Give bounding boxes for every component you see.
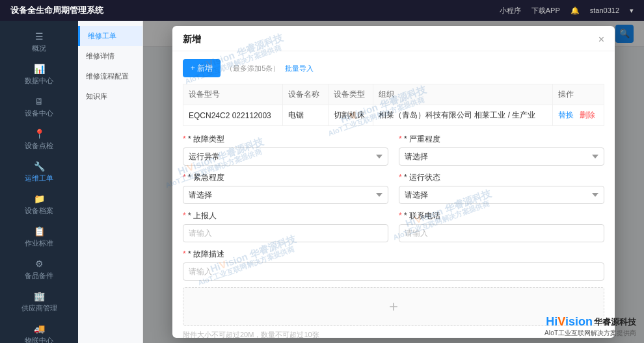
upload-area[interactable]: + [183, 287, 604, 326]
work-order-icon: 📋 [34, 226, 45, 236]
sidebar-item-label: 运维工单 [25, 173, 53, 183]
upload-icon: + [389, 298, 398, 316]
data-center-icon: 📊 [34, 64, 45, 74]
logistics-icon: 🚚 [34, 324, 45, 334]
reporter-label: * 上报人 [183, 210, 388, 222]
sub-sidebar-item-repair-workorder[interactable]: 维修工单 [78, 26, 142, 46]
batch-import-link[interactable]: 批量导入 [285, 64, 314, 73]
sidebar-item-overview[interactable]: ☰ 概况 [0, 26, 78, 58]
sidebar: ☰ 概况 📊 数据中心 🖥 设备中心 📍 设备点检 🔧 运维工单 📁 设备档案 … [0, 21, 78, 343]
maintenance-icon: 🔧 [34, 161, 45, 172]
user-chevron[interactable]: ▾ [630, 6, 634, 15]
sidebar-item-work-order[interactable]: 📋 作业标准 [0, 221, 78, 253]
sidebar-item-label: 备品备件 [25, 271, 53, 281]
sidebar-item-maintenance[interactable]: 🔧 运维工单 [0, 156, 78, 188]
miniprogram-link[interactable]: 小程序 [500, 6, 521, 16]
sub-sidebar-label: 维修工单 [88, 32, 116, 40]
severity-select[interactable]: 请选择 [399, 147, 604, 166]
brand-name: 华睿源科技 [594, 316, 636, 328]
main-layout: ☰ 概况 📊 数据中心 🖥 设备中心 📍 设备点检 🔧 运维工单 📁 设备档案 … [0, 21, 644, 343]
cell-org: 相莱（青岛）科技有限公司 相莱工业 / 生产业 [373, 105, 553, 126]
form-item-reporter: * 上报人 [183, 210, 388, 242]
cell-type: 切割机床 [328, 105, 373, 126]
spare-parts-icon: ⚙ [35, 259, 44, 269]
device-center-icon: 🖥 [34, 96, 44, 107]
contact-input[interactable] [399, 224, 604, 242]
device-file-icon: 📁 [34, 194, 45, 204]
modal-overlay[interactable]: 新增 × + 新增 （最多添加5条） 批量导入 设 [143, 21, 644, 343]
sidebar-item-supplier[interactable]: 🏢 供应商管理 [0, 286, 78, 318]
form-item-fault-type: * 故障类型 运行异常 [183, 134, 388, 166]
notification-icon[interactable]: 🔔 [570, 6, 580, 15]
user-name: stan0312 [590, 6, 619, 14]
download-app-link[interactable]: 下载APP [531, 6, 560, 16]
sub-sidebar-item-knowledge[interactable]: 知识库 [78, 86, 142, 107]
table-row: EQCN24C2 022112003 电锯 切割机床 相莱（青岛）科技有限公司 … [183, 105, 604, 126]
table-header: 设备型号 设备名称 设备类型 组织 操作 [183, 84, 604, 105]
form-item-contact: * 联系电话 [399, 210, 604, 242]
sidebar-item-label: 物联中心 [25, 336, 53, 343]
modal-close-button[interactable]: × [598, 34, 604, 45]
replace-button[interactable]: 替换 [558, 110, 574, 120]
sidebar-item-label: 数据中心 [25, 76, 53, 86]
sidebar-item-data-center[interactable]: 📊 数据中心 [0, 58, 78, 91]
fault-type-select[interactable]: 运行异常 [183, 147, 388, 166]
sidebar-item-label: 设备档案 [25, 206, 53, 216]
sub-sidebar: 维修工单 维修详情 维修流程配置 知识库 [78, 21, 143, 343]
col-type: 设备类型 [328, 84, 373, 105]
form-grid: * 故障类型 运行异常 * 严重程度 请选择 * 紧 [183, 134, 604, 281]
col-action: 操作 [552, 84, 604, 105]
table-body: EQCN24C2 022112003 电锯 切割机床 相莱（青岛）科技有限公司 … [183, 105, 604, 126]
upload-hint: 附件大小不可超过20M，数量不可超过10张 [183, 330, 604, 338]
sidebar-item-label: 供应商管理 [21, 303, 57, 313]
sub-sidebar-item-repair-detail[interactable]: 维修详情 [78, 46, 142, 66]
sidebar-item-label: 设备中心 [25, 108, 53, 118]
sidebar-item-label: 概况 [32, 44, 46, 53]
device-spot-icon: 📍 [34, 129, 45, 139]
fault-type-label: * 故障类型 [183, 134, 388, 145]
run-status-label: * 运行状态 [399, 172, 604, 183]
app-title: 设备全生命周期管理系统 [10, 5, 103, 16]
brand-logo: HiVision [546, 315, 593, 329]
sidebar-item-logistics[interactable]: 🚚 物联中心 [0, 318, 78, 343]
run-status-select[interactable]: 请选择 [399, 186, 604, 204]
form-item-urgency: * 紧急程度 请选择 [183, 172, 388, 204]
contact-label: * 联系电话 [399, 210, 604, 222]
col-name: 设备名称 [283, 84, 328, 105]
reporter-input[interactable] [183, 224, 388, 242]
sidebar-item-label: 设备点检 [25, 141, 53, 151]
sidebar-item-spare-parts[interactable]: ⚙ 备品备件 [0, 253, 78, 286]
main-content: 🔍 新增 × + 新增 （最多添加5条） 批量导入 [143, 21, 644, 343]
modal-title: 新增 [183, 34, 201, 45]
cell-action: 替换 删除 [552, 105, 604, 126]
sidebar-item-device-center[interactable]: 🖥 设备中心 [0, 91, 78, 123]
top-nav: 设备全生命周期管理系统 小程序 下载APP 🔔 stan0312 ▾ [0, 0, 644, 21]
cell-name: 电锯 [283, 105, 328, 126]
delete-button[interactable]: 删除 [580, 110, 595, 120]
sub-sidebar-label: 维修详情 [86, 52, 114, 60]
sub-sidebar-label: 维修流程配置 [86, 72, 129, 80]
overview-icon: ☰ [35, 31, 44, 42]
urgency-select[interactable]: 请选择 [183, 186, 388, 204]
severity-label: * 严重程度 [399, 134, 604, 145]
sidebar-item-device-spot[interactable]: 📍 设备点检 [0, 123, 78, 156]
sub-sidebar-item-repair-process[interactable]: 维修流程配置 [78, 66, 142, 86]
col-model: 设备型号 [183, 84, 283, 105]
form-item-severity: * 严重程度 请选择 [399, 134, 604, 166]
tip-text: （最多添加5条） [226, 64, 280, 73]
brand-footer: HiVision 华睿源科技 AIoT工业互联网解决方案提供商 [544, 315, 636, 338]
sidebar-item-device-file[interactable]: 📁 设备档案 [0, 188, 78, 221]
fault-desc-label: * 故障描述 [183, 249, 604, 260]
form-item-fault-desc: * 故障描述 [183, 249, 604, 281]
modal: 新增 × + 新增 （最多添加5条） 批量导入 设 [172, 26, 615, 338]
modal-body: + 新增 （最多添加5条） 批量导入 设备型号 设备名称 设备类型 组织 [172, 51, 615, 338]
add-device-button[interactable]: + 新增 [183, 59, 221, 77]
sidebar-item-label: 作业标准 [25, 238, 53, 248]
fault-desc-input[interactable] [183, 262, 604, 281]
device-table: 设备型号 设备名称 设备类型 组织 操作 EQCN24C2 022112003 … [183, 84, 604, 126]
col-org: 组织 [373, 84, 553, 105]
add-button-area: + 新增 （最多添加5条） 批量导入 [183, 59, 604, 77]
cell-model: EQCN24C2 022112003 [183, 105, 283, 126]
top-nav-right: 小程序 下载APP 🔔 stan0312 ▾ [500, 6, 634, 16]
brand-tagline: AIoT工业互联网解决方案提供商 [544, 329, 636, 338]
